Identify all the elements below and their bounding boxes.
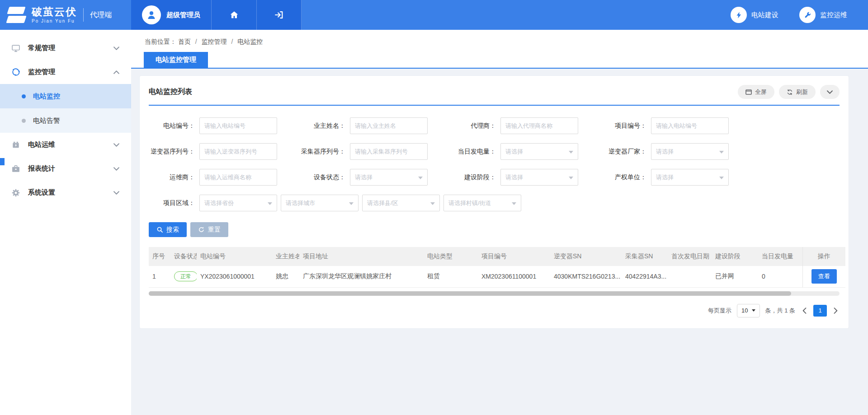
col-header-device-status: 设备状态 bbox=[170, 247, 197, 266]
prev-page-button[interactable] bbox=[801, 308, 808, 314]
project-no-input[interactable] bbox=[651, 117, 729, 134]
station-no-input[interactable] bbox=[199, 117, 277, 134]
breadcrumb-item-home[interactable]: 首页 bbox=[178, 38, 191, 45]
chevron-down-icon bbox=[113, 143, 119, 147]
home-icon bbox=[229, 10, 239, 20]
chevron-down-icon bbox=[827, 90, 833, 94]
caret-down-icon bbox=[512, 202, 516, 205]
sidebar-item-station-alarm[interactable]: 电站告警 bbox=[0, 108, 131, 133]
user-menu[interactable]: 超级管理员 bbox=[131, 0, 211, 30]
tab-station-monitor-mgmt[interactable]: 电站监控管理 bbox=[144, 52, 208, 68]
cell-daily-power: 0 bbox=[758, 266, 802, 287]
breadcrumb-item-monitor-mgmt[interactable]: 监控管理 bbox=[202, 38, 227, 45]
cell-first-power-date bbox=[668, 266, 712, 287]
property-owner-select[interactable]: 请选择 bbox=[651, 169, 729, 186]
device-status-label: 设备状态： bbox=[299, 173, 350, 182]
collector-sn-input[interactable] bbox=[350, 143, 428, 160]
next-page-button[interactable] bbox=[832, 308, 840, 314]
inverter-sn-input[interactable] bbox=[199, 143, 277, 160]
breadcrumb-item-station-monitor[interactable]: 电站监控 bbox=[237, 38, 263, 45]
daily-power-select[interactable]: 请选择 bbox=[500, 143, 578, 160]
brand-portal-label: 代理端 bbox=[83, 8, 112, 22]
col-header-address: 项目地址 bbox=[299, 247, 424, 266]
ops-vendor-input[interactable] bbox=[199, 169, 277, 186]
caret-down-icon bbox=[430, 202, 435, 205]
col-header-station-no: 电站编号 bbox=[197, 247, 272, 266]
fullscreen-icon bbox=[745, 89, 752, 95]
fullscreen-button[interactable]: 全屏 bbox=[738, 85, 774, 99]
sidebar-item-label: 系统设置 bbox=[28, 188, 113, 197]
breadcrumb-prefix: 当前位置： bbox=[145, 38, 176, 45]
nav-station-construction[interactable]: 电站建设 bbox=[731, 7, 778, 23]
col-header-daily-power: 当日发电量 bbox=[758, 247, 802, 266]
city-select[interactable]: 请选择城市 bbox=[281, 195, 359, 211]
brand-title: 破茧云伏 bbox=[32, 7, 77, 17]
status-badge: 正常 bbox=[174, 271, 197, 281]
page-number-current[interactable]: 1 bbox=[813, 305, 827, 317]
page-size-select[interactable]: 10 bbox=[737, 304, 760, 317]
sidebar-item-system-settings[interactable]: 系统设置 bbox=[0, 181, 131, 205]
nav-monitoring-ops[interactable]: 监控运维 bbox=[799, 7, 847, 23]
header-nav: 电站建设 监控运维 bbox=[731, 0, 868, 30]
col-header-inverter-sn: 逆变器SN bbox=[550, 247, 622, 266]
user-name: 超级管理员 bbox=[166, 11, 200, 19]
refresh-icon bbox=[787, 89, 793, 95]
inverter-vendor-label: 逆变器厂家： bbox=[600, 148, 651, 156]
station-no-label: 电站编号： bbox=[149, 122, 199, 130]
chevron-down-icon bbox=[113, 191, 119, 195]
sidebar-item-report-stats[interactable]: 报表统计 bbox=[0, 157, 131, 181]
sidebar-item-station-ops[interactable]: 电站运维 bbox=[0, 133, 131, 157]
view-button[interactable]: 查看 bbox=[811, 269, 837, 284]
refresh-button[interactable]: 刷新 bbox=[779, 85, 816, 99]
build-stage-label: 建设阶段： bbox=[450, 173, 500, 182]
sidebar-submenu: 电站监控 电站告警 bbox=[0, 84, 131, 133]
county-select[interactable]: 请选择县/区 bbox=[362, 195, 440, 211]
agent-input[interactable] bbox=[500, 117, 578, 134]
caret-down-icon bbox=[719, 151, 724, 154]
nav-item-label: 监控运维 bbox=[820, 11, 847, 19]
sidebar-item-label: 报表统计 bbox=[28, 164, 113, 173]
col-header-project-no: 项目编号 bbox=[478, 247, 550, 266]
search-button[interactable]: 搜索 bbox=[149, 222, 187, 237]
owner-name-input[interactable] bbox=[350, 117, 428, 134]
caret-down-icon bbox=[569, 151, 573, 154]
collapse-panel-button[interactable] bbox=[820, 85, 840, 99]
total-count-label: 条，共 1 条 bbox=[765, 307, 795, 315]
per-page-label: 每页显示 bbox=[708, 307, 731, 315]
sidebar-item-general-mgmt[interactable]: 常规管理 bbox=[0, 36, 131, 60]
project-region-label: 项目区域： bbox=[149, 199, 199, 207]
sidebar-subitem-label: 电站告警 bbox=[33, 117, 60, 125]
search-icon bbox=[156, 226, 163, 233]
inverter-vendor-select[interactable]: 请选择 bbox=[651, 143, 729, 160]
cell-type: 租赁 bbox=[424, 266, 478, 287]
home-button[interactable] bbox=[211, 0, 256, 30]
user-icon bbox=[146, 9, 157, 20]
chevron-down-icon bbox=[113, 167, 119, 171]
town-select[interactable]: 请选择村镇/街道 bbox=[443, 195, 521, 211]
logout-button[interactable] bbox=[256, 0, 302, 30]
sidebar-item-monitor-mgmt[interactable]: 监控管理 bbox=[0, 60, 131, 84]
pagination: 每页显示 10 条，共 1 条 1 bbox=[149, 304, 840, 317]
build-stage-select[interactable]: 请选择 bbox=[500, 169, 578, 186]
col-header-owner: 业主姓名 bbox=[272, 247, 299, 266]
col-header-index: 序号 bbox=[149, 247, 170, 266]
sidebar: 常规管理 监控管理 电站监控 电站告警 bbox=[0, 30, 131, 415]
reset-button[interactable]: 重置 bbox=[190, 222, 228, 237]
col-header-action: 操作 bbox=[802, 247, 845, 266]
chevron-left-icon bbox=[802, 308, 807, 314]
sidebar-item-station-monitor[interactable]: 电站监控 bbox=[0, 84, 131, 108]
cell-station-no: YX2023061000001 bbox=[197, 266, 272, 287]
scrollbar-thumb[interactable] bbox=[149, 291, 791, 296]
caret-down-icon bbox=[418, 177, 423, 179]
sidebar-item-label: 监控管理 bbox=[28, 68, 113, 76]
device-status-select[interactable]: 请选择 bbox=[350, 169, 428, 186]
col-header-stage: 建设阶段 bbox=[712, 247, 758, 266]
horizontal-scrollbar[interactable] bbox=[149, 291, 840, 296]
panel-title-underline bbox=[149, 105, 840, 106]
app-header: 破茧云伏 Po Jian Yun Fu 代理端 超级管理员 bbox=[0, 0, 868, 30]
province-select[interactable]: 请选择省份 bbox=[199, 195, 277, 211]
project-no-label: 项目编号： bbox=[600, 122, 651, 130]
brand-subtitle: Po Jian Yun Fu bbox=[32, 19, 77, 23]
caret-down-icon bbox=[719, 177, 724, 179]
caret-down-icon bbox=[349, 202, 354, 205]
